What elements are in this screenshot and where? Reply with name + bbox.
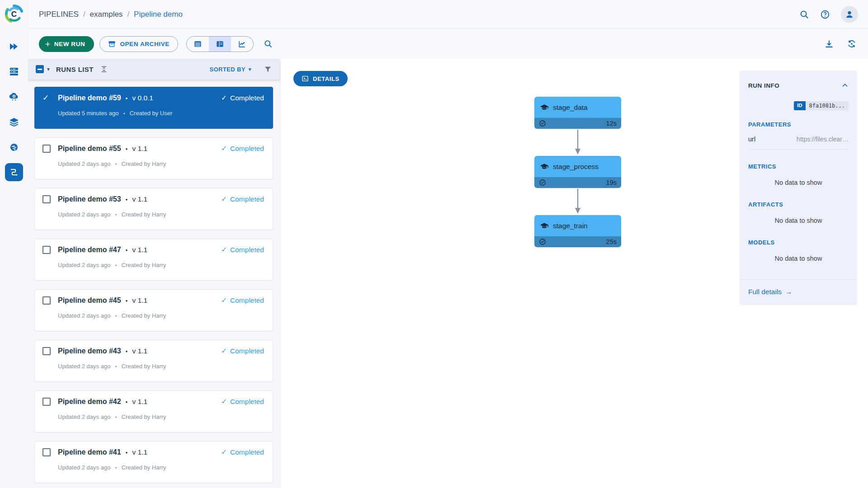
download-icon[interactable] [824, 39, 834, 49]
details-button[interactable]: DETAILS [293, 71, 348, 86]
global-search-icon[interactable] [799, 9, 809, 19]
run-checkbox[interactable] [42, 145, 51, 153]
run-updated: Updated 2 days ago [58, 413, 110, 420]
run-name: Pipeline demo #42 [58, 398, 121, 406]
status-label: Completed [230, 448, 264, 456]
filter-icon[interactable] [264, 66, 272, 73]
new-run-button[interactable]: + NEW RUN [39, 36, 94, 52]
run-card[interactable]: ✓ Pipeline demo #55 ● v 1.1 ✓ Completed … [34, 137, 273, 179]
run-status-badge: ✓ Completed [221, 296, 264, 305]
run-updated: Updated 2 days ago [58, 262, 110, 268]
run-card[interactable]: ✓ Pipeline demo #47 ● v 1.1 ✓ Completed … [34, 239, 273, 281]
run-updated: Updated 2 days ago [58, 464, 110, 471]
run-name: Pipeline demo #43 [58, 347, 121, 355]
separator-dot: ● [126, 96, 128, 100]
open-archive-button[interactable]: OPEN ARCHIVE [99, 36, 178, 52]
parameter-value: https://files.clear… [797, 136, 849, 143]
separator-dot: ● [115, 263, 117, 267]
run-card[interactable]: ✓ Pipeline demo #43 ● v 1.1 ✓ Completed … [34, 340, 273, 382]
sidebar-item-datasets[interactable] [9, 66, 19, 77]
completed-check-icon [539, 238, 546, 245]
pipeline-stage-node[interactable]: stage_train 25s [534, 215, 621, 247]
run-id-chip[interactable]: ID 8fa1081b... [794, 101, 849, 110]
separator-dot: ● [126, 147, 128, 151]
full-details-link[interactable]: Full details → [748, 288, 793, 296]
sorted-by-control[interactable]: SORTED BY▾ [210, 66, 251, 73]
run-updated: Updated 2 days ago [58, 160, 110, 167]
run-created-by: Created by User [130, 110, 173, 117]
run-card[interactable]: ✓ Pipeline demo #59 ● v 0.0.1 ✓ Complete… [34, 87, 273, 129]
select-all-checkbox[interactable] [36, 65, 44, 73]
auto-refresh-icon[interactable] [847, 39, 857, 49]
run-name: Pipeline demo #41 [58, 448, 121, 456]
pipeline-stage-node[interactable]: stage_process 19s [534, 156, 621, 188]
run-card[interactable]: ✓ Pipeline demo #45 ● v 1.1 ✓ Completed … [34, 289, 273, 331]
sidebar-item-hyper-datasets[interactable] [9, 117, 19, 127]
clearml-logo[interactable]: C [3, 3, 25, 25]
separator-dot: ● [115, 415, 117, 418]
stage-duration: 25s [606, 238, 617, 245]
help-icon[interactable] [820, 9, 830, 19]
archive-icon [108, 40, 116, 48]
run-status-badge: ✓ Completed [221, 398, 264, 406]
user-avatar[interactable] [841, 6, 858, 23]
breadcrumb-separator: / [127, 10, 129, 19]
run-version: v 1.1 [132, 296, 147, 305]
sidebar-item-pipelines-active[interactable] [5, 163, 23, 181]
run-id-value: 8fa1081b... [806, 101, 849, 110]
run-version: v 1.1 [132, 145, 147, 153]
run-checkbox[interactable] [42, 195, 51, 203]
chart-view-icon [238, 40, 246, 48]
run-checkbox[interactable] [42, 448, 51, 456]
run-status-badge: ✓ Completed [221, 246, 264, 254]
id-badge: ID [794, 101, 806, 110]
pipeline-stage-node[interactable]: stage_data 12s [534, 97, 621, 129]
run-created-by: Created by Harry [122, 211, 166, 218]
row-density-icon[interactable] [100, 65, 108, 73]
breadcrumb-pipelines[interactable]: PIPELINES [39, 10, 79, 19]
parameter-key: url [748, 136, 755, 143]
run-updated: Updated 2 days ago [58, 211, 110, 218]
svg-text:C: C [11, 10, 17, 19]
run-version: v 1.1 [132, 398, 147, 406]
run-checkbox[interactable] [42, 347, 51, 355]
status-check-icon: ✓ [221, 195, 227, 203]
sidebar-item-applications[interactable] [9, 91, 19, 102]
chart-view-button[interactable] [231, 37, 253, 52]
search-runs-icon[interactable] [264, 39, 273, 48]
run-card[interactable]: ✓ Pipeline demo #53 ● v 1.1 ✓ Completed … [34, 188, 273, 230]
separator-dot: ● [126, 299, 128, 303]
status-check-icon: ✓ [221, 347, 227, 355]
models-empty-text: No data to show [748, 255, 849, 262]
app-header: PIPELINES / examples / Pipeline demo [28, 0, 868, 29]
select-dropdown-caret[interactable]: ▾ [47, 66, 50, 72]
breadcrumb-current[interactable]: Pipeline demo [134, 10, 183, 19]
dag-edge-arrow [575, 129, 581, 156]
collapse-panel-icon[interactable] [841, 82, 849, 89]
sidebar-item-models[interactable] [9, 142, 19, 153]
split-view-button[interactable] [209, 37, 231, 52]
status-label: Completed [230, 347, 264, 355]
run-info-panel: RUN INFO ID 8fa1081b... PARAMETERS url h… [740, 71, 857, 304]
table-view-button[interactable] [187, 37, 209, 52]
breadcrumb: PIPELINES / examples / Pipeline demo [39, 10, 183, 19]
run-created-by: Created by Harry [122, 464, 166, 471]
console-icon [302, 75, 309, 82]
completed-check-icon [539, 120, 546, 127]
run-name: Pipeline demo #45 [58, 296, 121, 305]
table-view-icon [193, 40, 202, 48]
run-checkbox[interactable] [42, 246, 51, 254]
split-view-icon [216, 40, 224, 48]
status-label: Completed [230, 145, 264, 153]
sidebar-item-projects[interactable] [9, 41, 19, 52]
run-checkbox[interactable] [42, 296, 51, 305]
stage-name: stage_process [553, 163, 599, 171]
run-checkbox[interactable] [42, 398, 51, 406]
run-info-footer: Full details → [740, 279, 857, 304]
view-toggle-group [186, 36, 254, 52]
run-card[interactable]: ✓ Pipeline demo #42 ● v 1.1 ✓ Completed … [34, 390, 273, 432]
status-check-icon: ✓ [221, 398, 227, 406]
status-check-icon: ✓ [221, 246, 227, 254]
breadcrumb-project[interactable]: examples [90, 10, 123, 19]
run-card[interactable]: ✓ Pipeline demo #41 ● v 1.1 ✓ Completed … [34, 441, 273, 483]
